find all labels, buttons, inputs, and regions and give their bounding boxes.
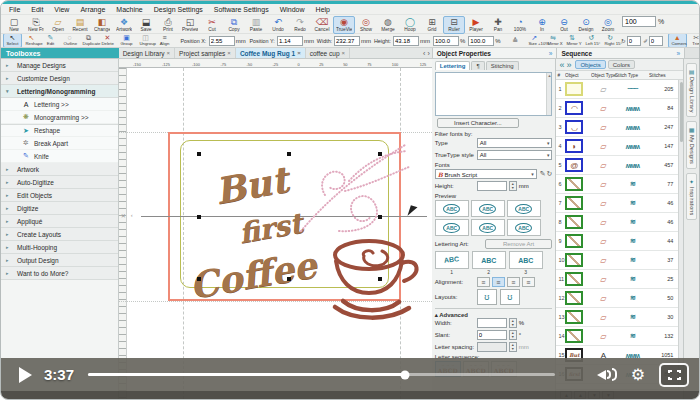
toolbar-button[interactable]: ⌫ Cancel <box>311 16 333 34</box>
width-input[interactable] <box>477 318 507 328</box>
design-canvas[interactable]: ✕ ‹ ButfirstCoffee <box>119 68 432 399</box>
sidebar-item[interactable]: ▸ Customize Design <box>1 72 118 85</box>
sequence-row[interactable]: 12 ▱ ≋ 50 <box>556 289 683 308</box>
spinner-control[interactable]: ▴▾ <box>509 181 517 191</box>
collapse-panel-icon[interactable]: » <box>549 50 553 57</box>
properties-tab[interactable]: Stitching <box>486 61 519 70</box>
sidebar-item[interactable]: ▸ Edit Objects <box>1 189 118 202</box>
toolbar-button[interactable]: ◧ Change <box>91 16 113 34</box>
numeric-field-input[interactable] <box>468 36 494 46</box>
close-icon[interactable]: × <box>297 50 301 56</box>
lettering-art-cell[interactable]: ABC 2 <box>472 251 506 275</box>
sequence-back-icon[interactable]: « <box>559 60 564 70</box>
sidebar-item[interactable]: ▾ Lettering/Monogramming <box>1 85 118 98</box>
font-action-icon[interactable]: ✎ <box>540 170 546 177</box>
transform-button[interactable]: ⇋ Mirror X <box>544 34 563 48</box>
sequence-row[interactable]: 7 ▱ ≋ 46 <box>556 194 683 213</box>
sequence-row[interactable]: 11 ▱ ≋ 25 <box>556 270 683 289</box>
sequence-tab[interactable]: Colors <box>608 60 635 69</box>
sidebar-item[interactable]: ▸ Create Layouts <box>1 228 118 241</box>
sequence-row[interactable]: 10 ▱ ≋ 37 <box>556 251 683 270</box>
docked-panel-tab[interactable]: ✦ Inspirations <box>686 173 697 220</box>
toolbar-button[interactable]: ⊖ Out <box>553 16 575 34</box>
sidebar-item[interactable]: ▸ Appliqué <box>1 215 118 228</box>
properties-tab[interactable]: Lettering <box>435 61 471 70</box>
truetype-style-select[interactable]: All ▾ <box>477 150 553 160</box>
toolbar-button[interactable]: ↶ Undo <box>267 16 289 34</box>
scrollbar[interactable] <box>678 80 683 389</box>
sequence-tab[interactable]: Objects <box>575 60 605 69</box>
tab-scroll-left-icon[interactable]: ‹ <box>423 50 425 57</box>
toolbar-button[interactable]: ↷ Redo <box>289 16 311 34</box>
toolbar-button[interactable]: ⊟ Ruler <box>443 16 465 34</box>
font-action-icon[interactable]: ↻ <box>547 170 553 177</box>
angle-field-input[interactable] <box>649 36 663 46</box>
docked-panel-tab[interactable]: ▤ Design Library <box>686 63 697 117</box>
edit-tool-button[interactable]: ✕ Delete <box>98 34 117 48</box>
coffee-cup-graphic[interactable] <box>327 227 427 372</box>
toolbar-button[interactable]: ▥ Paste <box>245 16 267 34</box>
stitch-option-button[interactable]: ▲ Corners <box>668 34 687 48</box>
transform-button[interactable]: ↺ Left 15° <box>582 34 601 48</box>
menu-item[interactable]: File <box>9 6 20 13</box>
toolbar-button[interactable]: ▱ Open <box>47 16 69 34</box>
selection-handle[interactable] <box>378 277 382 281</box>
document-tab[interactable]: Project samples × <box>175 48 236 58</box>
transform-button[interactable]: ⇅ Mirror Y <box>563 34 582 48</box>
menu-item[interactable]: Window <box>280 6 305 13</box>
spinner-control[interactable]: ▴▾ <box>509 342 517 352</box>
font-preview-cell[interactable]: ABC <box>435 200 469 217</box>
sidebar-item[interactable]: ▸ Artwork <box>1 163 118 176</box>
layout-button[interactable]: ʊ <box>500 289 520 305</box>
edit-tool-button[interactable]: ≡ Align <box>155 34 174 48</box>
toolbar-button[interactable]: ▤ Recent <box>69 16 91 34</box>
toolbar-button[interactable]: ◎ Zoom <box>597 16 619 34</box>
alignment-button[interactable]: ≡ <box>507 277 520 287</box>
toolbar-button[interactable]: ◎ Show <box>355 16 377 34</box>
sequence-row[interactable]: 14 ▱ ≋ 132 <box>556 327 683 346</box>
sequence-row[interactable]: 3 ◡ ▱ ʍʍʍ 247 <box>556 118 683 137</box>
alignment-button[interactable]: ≡ <box>477 277 490 287</box>
sidebar-item[interactable]: ▸ Output Design <box>1 254 118 267</box>
toolbar-button[interactable]: ⊙ Design <box>575 16 597 34</box>
toolbar-button[interactable]: ◔ 100% <box>509 16 531 34</box>
sidebar-item[interactable]: ▸ Want to do More? <box>1 267 118 280</box>
font-preview-cell[interactable]: ABC <box>507 200 541 217</box>
numeric-field-input[interactable] <box>209 36 235 46</box>
edit-tool-button[interactable]: ◫ Ungroup <box>136 34 155 48</box>
sequence-row[interactable]: 4 ◗ ▱ ʍʍʍ 147 <box>556 137 683 156</box>
edit-tool-button[interactable]: ✎ Edit <box>41 34 60 48</box>
properties-tab[interactable]: ¶ <box>471 61 484 70</box>
angle-field-input[interactable] <box>627 36 641 46</box>
toolbar-button[interactable]: ⧉ Copy <box>223 16 245 34</box>
alignment-button[interactable]: ≡ <box>492 277 505 287</box>
selection-handle[interactable] <box>378 215 382 219</box>
insert-character-button[interactable]: Insert Character... <box>437 118 519 128</box>
sidebar-item[interactable]: A Lettering >> <box>1 98 118 111</box>
remove-art-button[interactable]: Remove Art <box>485 239 553 249</box>
sequence-row[interactable]: 5 @ ▱ ʍʍʍ 457 <box>556 156 683 175</box>
menu-item[interactable]: Help <box>316 6 330 13</box>
numeric-field-input[interactable] <box>433 36 459 46</box>
toolbar-button[interactable]: ◯ Hoop <box>399 16 421 34</box>
advanced-expander-icon[interactable]: ▴ <box>435 312 438 318</box>
sequence-row[interactable]: 9 ▱ ≋ 44 <box>556 232 683 251</box>
type-select[interactable]: All ▾ <box>477 138 553 148</box>
sidebar-item[interactable]: ✎ Knife <box>1 150 118 163</box>
selection-handle[interactable] <box>287 152 291 156</box>
zoom-level-input[interactable] <box>622 16 656 27</box>
sidebar-item[interactable]: ▸ Manage Designs <box>1 59 118 72</box>
fullscreen-button[interactable] <box>659 363 689 387</box>
collapse-panel-icon[interactable]: » <box>676 50 680 57</box>
menu-item[interactable]: Arrange <box>80 6 105 13</box>
volume-icon[interactable] <box>597 368 617 381</box>
sidebar-item[interactable]: ▸ Digitize <box>1 202 118 215</box>
transform-button[interactable]: ≙ <box>506 36 525 46</box>
layout-button[interactable]: ʊ <box>477 289 497 305</box>
toolbar-button[interactable]: ⎙ Print <box>157 16 179 34</box>
height-input[interactable] <box>477 181 507 191</box>
scrollbar[interactable]: ▲ <box>546 73 551 115</box>
sidebar-item[interactable]: ❋ Monogramming >> <box>1 111 118 124</box>
sidebar-item[interactable]: ▸ Multi-Hooping <box>1 241 118 254</box>
numeric-field-input[interactable] <box>393 36 419 46</box>
